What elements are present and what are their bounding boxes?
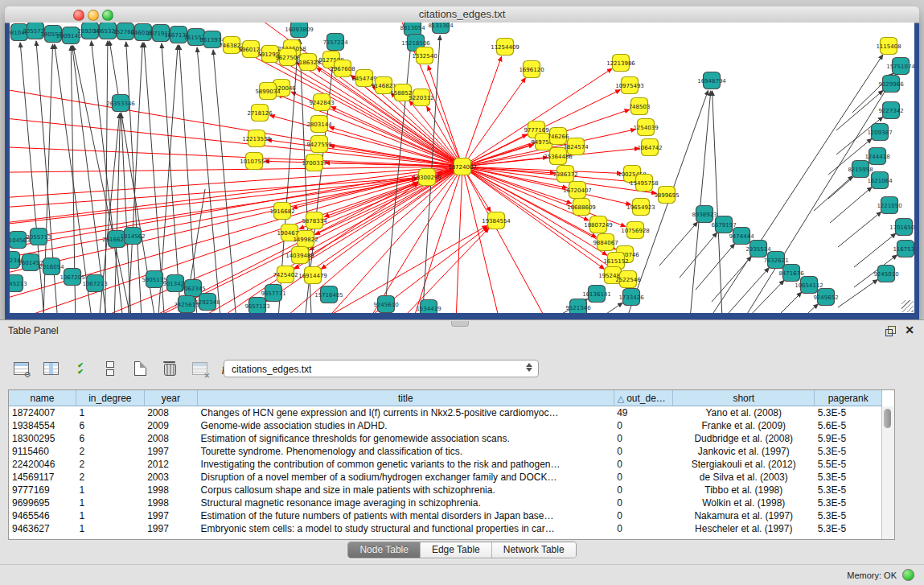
svg-text:1733426: 1733426 <box>618 295 644 301</box>
table-row[interactable]: 911546021997Tourette syndrome. Phenomeno… <box>9 445 882 458</box>
panel-divider-handle[interactable] <box>451 321 469 327</box>
close-panel-icon[interactable]: ✕ <box>905 323 914 336</box>
network-node[interactable]: 12213986 <box>606 55 635 72</box>
network-node[interactable]: 8938923 <box>692 206 717 223</box>
network-node[interactable]: 18807249 <box>584 216 613 233</box>
scrollbar-thumb[interactable] <box>884 409 891 428</box>
column-header-short[interactable]: short <box>673 390 815 406</box>
network-node[interactable]: 1067205 <box>60 269 84 286</box>
svg-text:1332540: 1332540 <box>412 53 437 60</box>
table-row[interactable]: 2242004622012Investigating the contribut… <box>9 458 882 471</box>
delete-column-button[interactable] <box>158 358 181 379</box>
column-header-name[interactable]: name <box>9 390 76 406</box>
table-row[interactable]: 946554611997Estimation of the future num… <box>9 509 882 522</box>
network-node[interactable]: 9427552 <box>306 136 331 153</box>
svg-text:9899695: 9899695 <box>654 192 679 199</box>
network-node[interactable]: 11254409 <box>491 39 519 56</box>
network-node[interactable]: 2803144 <box>306 116 332 133</box>
table-row[interactable]: 1456911722003Disruption of a novel membe… <box>9 471 882 484</box>
svg-text:9777169: 9777169 <box>524 127 548 134</box>
network-node[interactable]: 9745213 <box>10 275 27 292</box>
network-node[interactable]: 10975493 <box>615 77 644 94</box>
select-columns-icon: ✔✔ <box>77 362 84 375</box>
tab-network-table[interactable]: Network Table <box>492 542 576 558</box>
svg-text:2016054: 2016054 <box>39 264 64 270</box>
network-node[interactable]: 746266 <box>548 128 569 145</box>
column-header-pagerank[interactable]: pagerank <box>815 390 882 406</box>
vertical-scrollbar[interactable] <box>881 406 894 539</box>
column-header-indegree[interactable]: in_degree <box>76 390 145 406</box>
network-node[interactable]: 9899695 <box>654 187 679 204</box>
network-node[interactable]: 17016504 <box>889 219 914 236</box>
show-columns-button[interactable] <box>39 358 62 379</box>
network-node[interactable]: 26353346 <box>106 95 135 112</box>
network-edge <box>10 167 462 173</box>
network-node[interactable]: 1064742 <box>637 139 662 156</box>
create-column-button[interactable] <box>129 358 151 379</box>
table-row[interactable]: 1938455462009Genome-wide association stu… <box>9 419 882 432</box>
network-node[interactable]: 748503 <box>629 98 651 115</box>
network-node[interactable]: 9227342 <box>878 102 903 119</box>
network-canvas[interactable]: 9810463205572614055732009140626920421065… <box>10 23 914 313</box>
table-row[interactable]: 1830029562008Estimation of significance … <box>9 432 882 445</box>
network-node[interactable]: 1696120 <box>519 61 544 78</box>
network-node[interactable]: 16948794 <box>697 72 726 89</box>
float-panel-icon[interactable] <box>885 326 895 336</box>
table-tabbar: Node TableEdge TableNetwork Table <box>0 542 924 558</box>
tab-edge-table[interactable]: Edge Table <box>421 542 492 558</box>
resize-grip-icon[interactable] <box>901 300 914 312</box>
column-header-outde[interactable]: △out_de… <box>614 390 673 406</box>
select-columns-button[interactable]: ✔✔ <box>69 358 92 379</box>
delete-table-button[interactable]: ✕ <box>188 358 211 379</box>
trash-icon <box>164 364 176 376</box>
screen: citations_edges.txt 98104632055726140557… <box>0 0 924 585</box>
network-node[interactable]: 1621064 <box>867 172 893 189</box>
network-node[interactable]: 7425402 <box>273 266 298 283</box>
svg-text:16914479: 16914479 <box>298 273 327 279</box>
network-node[interactable]: 1115408 <box>876 38 901 55</box>
network-node[interactable]: 6679197 <box>711 216 736 233</box>
network-node[interactable]: 16093809 <box>285 23 314 38</box>
table-mode-button[interactable]: ⚙ <box>10 358 32 379</box>
network-node[interactable]: 1167534 <box>893 241 914 257</box>
table-row[interactable]: 1872400712008Changes of HCN gene express… <box>9 406 882 420</box>
svg-text:8186328: 8186328 <box>295 60 320 66</box>
network-edge <box>462 167 531 313</box>
tab-node-table[interactable]: Node Table <box>348 542 421 558</box>
network-node[interactable]: 12213539 <box>242 130 271 147</box>
network-edge <box>10 167 462 313</box>
network-node[interactable]: 8131304 <box>428 23 454 34</box>
svg-text:9745213: 9745213 <box>10 281 27 287</box>
network-node[interactable]: 1534419 <box>416 300 441 314</box>
network-node[interactable]: 16914479 <box>298 267 327 284</box>
network-node[interactable]: 9521346 <box>565 299 591 314</box>
network-edge <box>10 167 462 313</box>
network-node[interactable]: 9329966 <box>878 76 904 93</box>
network-edge <box>462 68 612 167</box>
table-row[interactable]: 969969511998Structural magnetic resonanc… <box>9 496 882 509</box>
svg-text:5220312: 5220312 <box>409 95 433 101</box>
network-node[interactable]: 10107553 <box>240 153 269 170</box>
network-edge <box>322 167 462 269</box>
svg-text:16093809: 16093809 <box>285 27 314 33</box>
row-height-button[interactable] <box>99 358 121 379</box>
table-selector[interactable]: citations_edges.txt <box>224 360 539 377</box>
network-node[interactable]: 7357224 <box>322 34 348 51</box>
network-node[interactable]: 9884067 <box>593 234 618 251</box>
window-titlebar[interactable]: citations_edges.txt <box>5 6 919 23</box>
network-node[interactable]: 1254039 <box>633 119 658 136</box>
svg-text:1254039: 1254039 <box>633 125 658 131</box>
table-row[interactable]: 946362711997Embryonic stem cells: a mode… <box>9 522 882 535</box>
network-node[interactable]: 10756928 <box>621 222 650 239</box>
network-edge <box>760 292 802 313</box>
table-panel: Table Panel ✕ ⚙ ✔✔ ✕ f(x) citations_edge… <box>0 319 924 585</box>
network-node[interactable]: 1221050 <box>877 197 901 214</box>
column-header-year[interactable]: year <box>144 390 197 406</box>
network-node[interactable]: 1916682 <box>269 203 294 220</box>
table-row[interactable]: 977716911998Corpus callosum shape and si… <box>9 484 882 496</box>
network-node[interactable]: 2718126 <box>247 105 273 122</box>
network-edge <box>10 178 417 212</box>
network-node[interactable]: 19654923 <box>626 199 655 216</box>
column-header-title[interactable]: title <box>198 390 614 406</box>
network-node[interactable]: 15751074 <box>886 58 914 75</box>
